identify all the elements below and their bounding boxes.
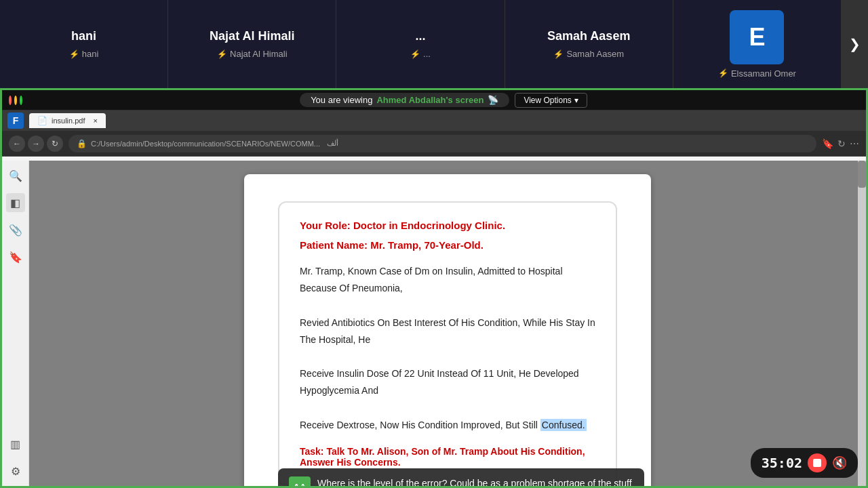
sidebar-settings-icon[interactable]: ⚙ <box>6 462 25 481</box>
browser-logo: F <box>7 113 24 129</box>
reload-icon[interactable]: ↻ <box>837 138 846 149</box>
pdf-patient-line: Patient Name: Mr. Tramp, 70-Year-Old. <box>300 239 595 251</box>
browser-tab-bar: F 📄 insulin.pdf × <box>2 110 866 131</box>
timer-display: 35:02 <box>762 455 802 471</box>
minimize-share-button[interactable] <box>14 96 17 105</box>
participant-elssamani: E ⚡ Elssamani Omer <box>673 0 841 88</box>
chat-avatar: AA <box>289 476 311 486</box>
participant-najat-name: Najat Al Himali <box>210 29 294 43</box>
next-participants-button[interactable]: ❯ <box>841 0 868 88</box>
participant-elssamani-label: ⚡ Elssamani Omer <box>718 68 796 79</box>
participant-bar: hani ⚡ hani Najat Al Himali ⚡ Najat Al H… <box>0 0 868 88</box>
participant-najat-label: ⚡ Najat Al Himali <box>217 49 288 59</box>
viewing-prefix: You are viewing <box>311 95 372 105</box>
participant-hani-name: hani <box>71 29 96 43</box>
more-icon[interactable]: ⋯ <box>850 138 859 149</box>
browser-chrome: ← → ↻ 🔒 C:/Users/admin/Desktop/communica… <box>2 131 866 157</box>
recording-timer: 35:02 🔇 <box>751 448 858 478</box>
browser-address-bar[interactable]: 🔒 C:/Users/admin/Desktop/communication/S… <box>68 135 816 152</box>
lightning-icon-elssamani: ⚡ <box>718 68 728 78</box>
browser-tools: 🔖 ↻ ⋯ <box>822 138 859 149</box>
lightning-icon-samah: ⚡ <box>553 49 564 59</box>
browser-refresh-button[interactable]: ↻ <box>47 136 63 152</box>
participant-dots-name: ... <box>416 29 426 43</box>
pdf-scenario-box: Your Role: Doctor in Endocrinology Clini… <box>278 201 617 486</box>
sidebar-search-icon[interactable]: 🔍 <box>6 166 25 185</box>
participant-e-avatar: E <box>730 10 784 64</box>
sidebar-bookmark-icon[interactable]: 🔖 <box>6 247 25 266</box>
participant-dots: ... ⚡ ... <box>336 0 505 88</box>
sidebar-attach-icon[interactable]: 📎 <box>6 220 25 239</box>
participant-samah-label: ⚡ Samah Aasem <box>553 49 624 59</box>
pdf-page: Your Role: Doctor in Endocrinology Clini… <box>244 174 651 486</box>
highlighted-word: Confused. <box>540 419 587 431</box>
body-line-4: Receive Dextrose, Now His Condition Impr… <box>300 417 595 434</box>
sidebar-panel-icon[interactable]: ▥ <box>6 434 25 453</box>
bookmark-icon[interactable]: 🔖 <box>822 138 833 149</box>
viewing-name: Ahmed Abdallah's screen <box>376 95 484 105</box>
browser-nav-buttons: ← → ↻ <box>9 136 63 152</box>
chat-bubble: AA Where is the level of the error? Coul… <box>278 468 644 486</box>
body-line-2: Revied Antibiotics On Best Interest Of H… <box>300 314 595 348</box>
share-top-bar: You are viewing Ahmed Abdallah's screen … <box>2 90 866 110</box>
lightning-icon-hani: ⚡ <box>69 49 79 59</box>
participant-hani-label: ⚡ hani <box>69 49 99 59</box>
pdf-role-line: Your Role: Doctor in Endocrinology Clini… <box>300 220 595 231</box>
participant-samah: Samah Aasem ⚡ Samah Aasem <box>505 0 673 88</box>
sidebar-layers-icon[interactable]: ◧ <box>6 193 25 212</box>
browser-forward-button[interactable]: → <box>28 136 44 152</box>
viewing-banner: You are viewing Ahmed Abdallah's screen … <box>28 93 859 108</box>
lightning-icon-najat: ⚡ <box>217 49 227 59</box>
participant-hani: hani ⚡ hani <box>0 0 168 88</box>
pdf-sidebar: 🔍 ◧ 📎 🔖 ▥ ⚙ <box>2 161 29 486</box>
participant-dots-label: ⚡ ... <box>410 49 431 59</box>
pdf-body-text: Mr. Tramp, Known Case of Dm on Insulin, … <box>300 263 595 434</box>
screen-share-area: You are viewing Ahmed Abdallah's screen … <box>0 88 868 488</box>
active-tab[interactable]: 📄 insulin.pdf × <box>29 113 106 128</box>
viewing-text: You are viewing Ahmed Abdallah's screen … <box>300 93 509 107</box>
record-button[interactable] <box>808 453 827 472</box>
close-share-button[interactable] <box>9 96 12 105</box>
view-options-button[interactable]: View Options ▾ <box>515 93 587 108</box>
maximize-share-button[interactable] <box>20 96 22 105</box>
participant-najat: Najat Al Himali ⚡ Najat Al Himali <box>168 0 336 88</box>
share-icon: 📡 <box>488 95 498 105</box>
pdf-task-line: Task: Talk To Mr. Alison, Son of Mr. Tra… <box>300 446 595 468</box>
record-stop-icon <box>813 459 821 467</box>
share-frame: You are viewing Ahmed Abdallah's screen … <box>0 88 868 488</box>
browser-back-button[interactable]: ← <box>9 136 25 152</box>
body-line-1: Mr. Tramp, Known Case of Dm on Insulin, … <box>300 263 595 297</box>
pdf-scrollbar-thumb[interactable] <box>858 161 866 188</box>
close-tab-button[interactable]: × <box>94 117 98 125</box>
lightning-icon-dots: ⚡ <box>410 49 420 59</box>
participant-samah-name: Samah Aasem <box>547 29 630 43</box>
mute-button[interactable]: 🔇 <box>832 455 847 470</box>
pdf-scrollbar[interactable] <box>858 161 866 486</box>
pdf-content-area: Your Role: Doctor in Endocrinology Clini… <box>29 161 866 486</box>
chat-message: Where is the level of the error? Could b… <box>317 476 632 486</box>
body-line-3: Receive Insulin Dose Of 22 Unit Instead … <box>300 365 595 399</box>
